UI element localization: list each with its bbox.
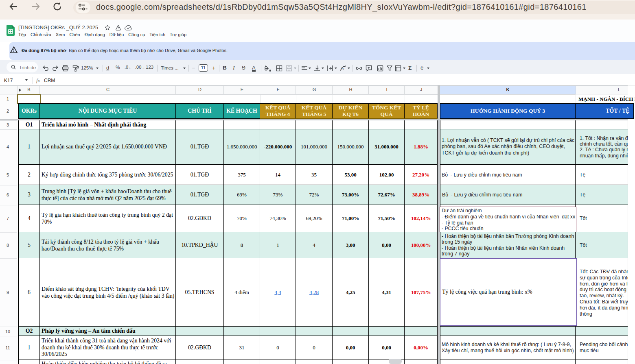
svg-text:A: A — [342, 67, 344, 71]
